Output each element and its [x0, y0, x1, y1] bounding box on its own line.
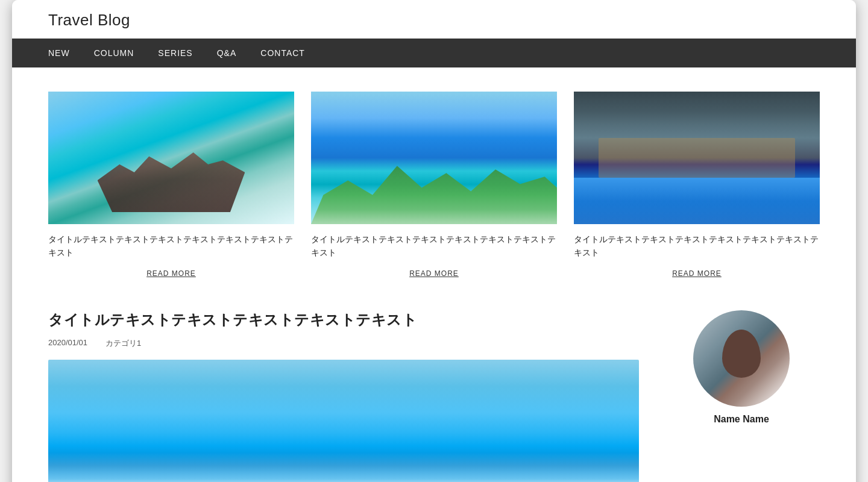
card-title-3: タイトルテキストテキストテキストテキストテキストテキストテキスト — [574, 233, 820, 260]
nav-item-new[interactable]: NEW — [48, 39, 94, 67]
author-name: Name Name — [714, 414, 769, 425]
featured-image — [48, 360, 639, 482]
avatar — [693, 310, 790, 407]
browser-window: Travel Blog NEWCOLUMNSERIESQ&ACONTACT タイ… — [12, 0, 856, 482]
site-title: Travel Blog — [48, 11, 820, 30]
featured-title: タイトルテキストテキストテキストテキストテキスト — [48, 310, 639, 330]
main-nav: NEWCOLUMNSERIESQ&ACONTACT — [12, 39, 856, 67]
main-content: タイトルテキストテキストテキストテキストテキストテキストテキストREAD MOR… — [12, 67, 856, 482]
card-2: タイトルテキストテキストテキストテキストテキストテキストテキストREAD MOR… — [311, 92, 557, 280]
card-readmore-2[interactable]: READ MORE — [311, 267, 557, 280]
card-3: タイトルテキストテキストテキストテキストテキストテキストテキストREAD MOR… — [574, 92, 820, 280]
card-image-1 — [48, 92, 294, 224]
card-readmore-3[interactable]: READ MORE — [574, 267, 820, 280]
nav-item-series[interactable]: SERIES — [158, 39, 216, 67]
featured-section: タイトルテキストテキストテキストテキストテキスト 2020/01/01 カテゴリ… — [48, 310, 820, 482]
featured-category: カテゴリ1 — [105, 338, 141, 349]
featured-left: タイトルテキストテキストテキストテキストテキスト 2020/01/01 カテゴリ… — [48, 310, 639, 482]
card-readmore-1[interactable]: READ MORE — [48, 267, 294, 280]
card-1: タイトルテキストテキストテキストテキストテキストテキストテキストREAD MOR… — [48, 92, 294, 280]
nav-item-column[interactable]: COLUMN — [94, 39, 159, 67]
card-image-2 — [311, 92, 557, 224]
card-title-2: タイトルテキストテキストテキストテキストテキストテキストテキスト — [311, 233, 557, 260]
featured-meta: 2020/01/01 カテゴリ1 — [48, 338, 639, 349]
card-image-3 — [574, 92, 820, 224]
card-grid: タイトルテキストテキストテキストテキストテキストテキストテキストREAD MOR… — [48, 92, 820, 280]
nav-item-qa[interactable]: Q&A — [217, 39, 261, 67]
site-header: Travel Blog — [12, 0, 856, 39]
sidebar-right: Name Name — [663, 310, 820, 482]
card-title-1: タイトルテキストテキストテキストテキストテキストテキストテキスト — [48, 233, 294, 260]
nav-item-contact[interactable]: CONTACT — [260, 39, 329, 67]
featured-date: 2020/01/01 — [48, 338, 87, 349]
